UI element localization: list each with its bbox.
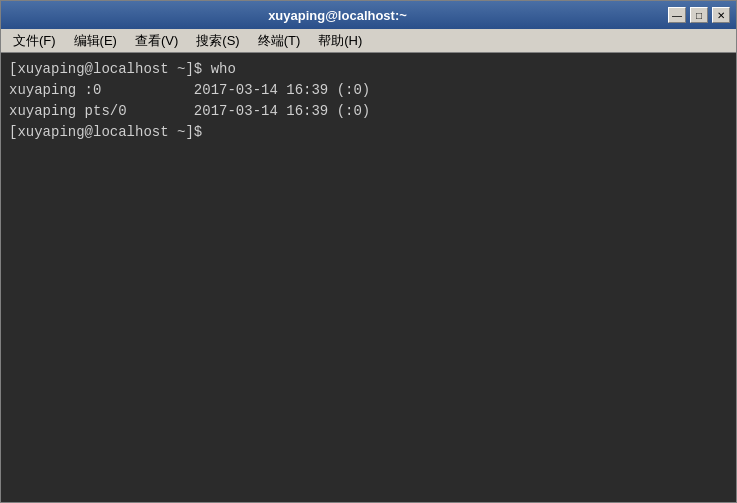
menu-help[interactable]: 帮助(H) bbox=[310, 30, 370, 52]
terminal-line-4: [xuyaping@localhost ~]$ bbox=[9, 122, 728, 143]
menu-view[interactable]: 查看(V) bbox=[127, 30, 186, 52]
minimize-button[interactable]: — bbox=[668, 7, 686, 23]
menu-edit[interactable]: 编辑(E) bbox=[66, 30, 125, 52]
menu-search[interactable]: 搜索(S) bbox=[188, 30, 247, 52]
terminal-line-1: [xuyaping@localhost ~]$ who bbox=[9, 59, 728, 80]
terminal-line-3: xuyaping pts/0 2017-03-14 16:39 (:0) bbox=[9, 101, 728, 122]
menu-bar: 文件(F) 编辑(E) 查看(V) 搜索(S) 终端(T) 帮助(H) bbox=[1, 29, 736, 53]
window-title: xuyaping@localhost:~ bbox=[7, 8, 668, 23]
terminal-line-2: xuyaping :0 2017-03-14 16:39 (:0) bbox=[9, 80, 728, 101]
window-controls: — □ ✕ bbox=[668, 7, 730, 23]
terminal-content[interactable]: [xuyaping@localhost ~]$ who xuyaping :0 … bbox=[1, 53, 736, 502]
close-button[interactable]: ✕ bbox=[712, 7, 730, 23]
title-bar: xuyaping@localhost:~ — □ ✕ bbox=[1, 1, 736, 29]
terminal-window: xuyaping@localhost:~ — □ ✕ 文件(F) 编辑(E) 查… bbox=[0, 0, 737, 503]
menu-file[interactable]: 文件(F) bbox=[5, 30, 64, 52]
maximize-button[interactable]: □ bbox=[690, 7, 708, 23]
menu-terminal[interactable]: 终端(T) bbox=[250, 30, 309, 52]
